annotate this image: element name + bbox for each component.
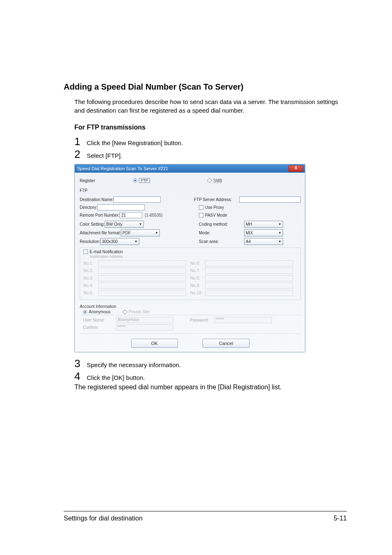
step-number: 3 <box>74 358 87 369</box>
attachment-label: Attachment file format: <box>80 231 121 235</box>
notif-input <box>98 282 186 289</box>
confirm-field: ***** <box>116 324 173 331</box>
notif-input <box>205 260 293 266</box>
mode-value: MIX <box>246 231 253 235</box>
destination-name-label: Destination Name: <box>80 197 113 202</box>
notif-input <box>205 290 293 296</box>
step-number: 1 <box>74 136 87 147</box>
step-text: Click the [New Registration] button. <box>87 139 183 147</box>
scan-area-select[interactable]: A4 ▼ <box>244 238 283 245</box>
username-label: User Name: <box>83 318 116 322</box>
footer-page-number: 5-11 <box>334 515 347 522</box>
account-information-heading: Account Information <box>80 304 301 309</box>
use-proxy-checkbox[interactable]: Use Proxy <box>199 205 224 210</box>
directory-input[interactable] <box>97 204 145 210</box>
notif-input <box>98 268 186 274</box>
step-followup-text: The registered speed dial number appears… <box>74 384 347 391</box>
chevron-down-icon: ▼ <box>155 231 158 235</box>
ftp-radio[interactable]: FTP <box>133 178 150 183</box>
section-title: Adding a Speed Dial Number (Scan To Serv… <box>74 82 347 92</box>
notif-label: No.9: <box>190 283 205 288</box>
smb-radio[interactable]: SMB <box>208 178 222 183</box>
directory-label: Directory: <box>80 205 97 210</box>
ftp-server-input[interactable] <box>239 197 301 203</box>
coding-method-value: MH <box>246 222 252 227</box>
subheading: For FTP transmissions <box>74 124 347 131</box>
notif-label: No.7: <box>190 268 205 273</box>
notif-label: No.1: <box>83 261 98 266</box>
intro-paragraph: The following procedures describe how to… <box>74 97 347 115</box>
color-setting-select[interactable]: BW Only ▼ <box>105 221 144 228</box>
notif-label: No.5: <box>83 291 98 295</box>
password-label: Password: <box>190 318 214 322</box>
footer-section-title: Settings for dial destination <box>64 515 143 522</box>
scan-area-value: A4 <box>246 239 251 244</box>
anonymous-label: Anonymous <box>89 310 111 314</box>
email-notification-label: E-mail Notification <box>90 250 123 254</box>
checkbox-icon <box>199 213 203 217</box>
radio-icon <box>123 310 127 314</box>
anonymous-radio[interactable]: Anonymous <box>83 310 111 314</box>
attachment-value: PDF <box>122 231 131 235</box>
email-notification-group: E-mail Notification Notification Address… <box>80 247 301 300</box>
notif-input <box>205 275 293 281</box>
notif-label: No.2: <box>83 268 98 273</box>
notif-label: No.6: <box>190 261 205 266</box>
chevron-down-icon: ▼ <box>278 240 281 243</box>
mode-select[interactable]: MIX ▼ <box>244 229 283 236</box>
confirm-label: Confirm: <box>83 325 116 330</box>
step-text: Click the [OK] button. <box>87 373 145 382</box>
resolution-label: Resolution: <box>80 239 100 244</box>
email-notification-checkbox[interactable] <box>83 250 88 254</box>
step-number: 2 <box>74 149 87 160</box>
notif-label: No.8: <box>190 276 205 280</box>
notif-input <box>98 260 186 266</box>
checkbox-icon <box>199 205 203 210</box>
notif-label: No.4: <box>83 283 98 288</box>
radio-selected-icon <box>83 310 87 314</box>
resolution-value: 300x300 <box>102 239 118 244</box>
chevron-down-icon: ▼ <box>139 222 142 226</box>
remote-port-input[interactable] <box>120 212 142 218</box>
step-number: 4 <box>74 371 87 382</box>
use-proxy-label: Use Proxy <box>205 205 224 210</box>
chevron-down-icon: ▼ <box>134 240 138 243</box>
cancel-button[interactable]: Cancel <box>203 339 249 348</box>
attachment-select[interactable]: PDF ▼ <box>121 229 160 236</box>
ftp-chip-label: FTP <box>139 178 150 183</box>
scan-area-label: Scan area: <box>199 239 244 244</box>
notif-input <box>98 290 186 296</box>
pasv-checkbox[interactable]: PASV Mode <box>199 213 227 217</box>
color-setting-label: Color Setting: <box>80 222 105 227</box>
notif-label: No.10: <box>190 291 205 295</box>
notification-address-sublabel: Notification Address <box>90 254 297 259</box>
coding-method-select[interactable]: MH ▼ <box>244 221 283 228</box>
remote-port-range: (1-65535) <box>145 213 162 217</box>
password-field: ***** <box>214 317 272 323</box>
color-setting-value: BW Only <box>106 222 122 227</box>
step-text: Select [FTP]. <box>87 151 122 160</box>
smb-label: SMB <box>213 178 222 183</box>
close-button[interactable]: X <box>288 165 303 172</box>
destination-name-input[interactable] <box>113 197 161 203</box>
coding-method-label: Coding method: <box>199 222 244 227</box>
notif-input <box>98 275 186 281</box>
notif-label: No.3: <box>83 276 98 280</box>
notif-input <box>205 268 293 274</box>
chevron-down-icon: ▼ <box>278 231 281 235</box>
chevron-down-icon: ▼ <box>278 222 281 226</box>
step-text: Specify the necessary information. <box>87 361 181 369</box>
radio-selected-icon <box>133 178 137 183</box>
notif-input <box>205 282 293 289</box>
ok-button[interactable]: OK <box>131 339 178 348</box>
pasv-label: PASV Mode <box>205 213 227 217</box>
radio-icon <box>208 178 212 183</box>
mode-label: Mode: <box>199 231 244 235</box>
ftp-section-name: FTP <box>80 188 133 193</box>
dialog-titlebar: Speed Dial Registration Scan To Server #… <box>75 164 305 173</box>
registration-dialog: Speed Dial Registration Scan To Server #… <box>74 164 305 352</box>
ftp-server-label: FTP Server Address: <box>194 197 239 202</box>
private-site-radio[interactable]: Private Site <box>123 310 150 314</box>
username-field: Anonymous <box>116 317 173 323</box>
resolution-select[interactable]: 300x300 ▼ <box>100 238 139 245</box>
